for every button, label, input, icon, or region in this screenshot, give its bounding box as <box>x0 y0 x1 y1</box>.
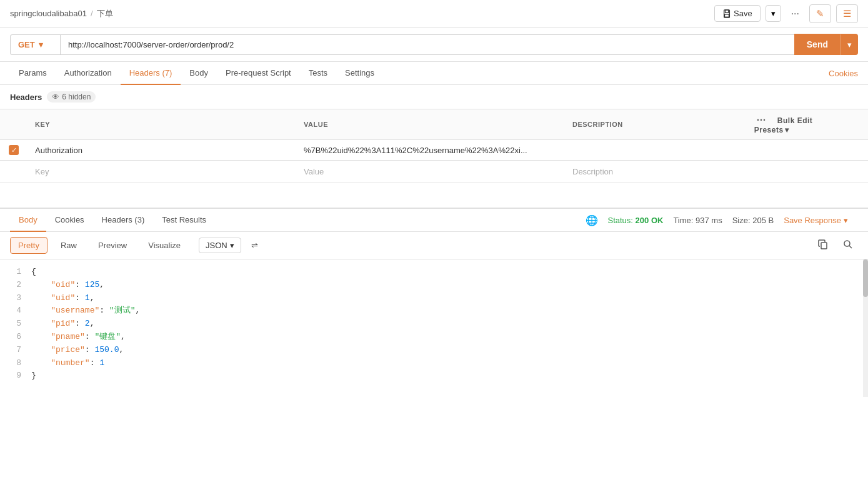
comment-button[interactable]: ☰ <box>836 4 858 23</box>
tab-body[interactable]: Body <box>181 62 217 85</box>
copy-button[interactable] <box>813 237 833 254</box>
send-dropdown-button[interactable]: ▾ <box>841 34 858 55</box>
description-input[interactable] <box>565 161 747 183</box>
table-row-empty <box>0 161 868 183</box>
response-time: Time: 937 ms <box>673 216 722 225</box>
url-bar: GET ▾ Send ▾ <box>0 28 868 62</box>
code-line-2: 2 "oid": 125, <box>0 279 868 292</box>
send-button-group: Send ▾ <box>794 34 858 55</box>
code-line-4: 4 "username": "测试", <box>0 304 868 318</box>
tab-prerequest[interactable]: Pre-request Script <box>217 62 300 85</box>
save-label: Save <box>734 9 752 18</box>
format-chevron-icon: ▾ <box>230 241 234 250</box>
code-line-5: 5 "pid": 2, <box>0 318 868 331</box>
wrap-button[interactable]: ⇌ <box>246 238 263 253</box>
search-button[interactable] <box>838 237 858 254</box>
key-input[interactable] <box>27 161 296 183</box>
save-response-button[interactable]: Save Response ▾ <box>784 216 848 225</box>
scrollbar-thumb[interactable] <box>863 259 868 297</box>
response-tab-cookies[interactable]: Cookies <box>46 209 93 232</box>
tab-headers[interactable]: Headers (7) <box>121 62 181 85</box>
edit-button[interactable]: ✎ <box>809 4 831 23</box>
spacer <box>0 183 868 208</box>
cookies-tab[interactable]: Cookies <box>829 63 858 84</box>
method-label: GET <box>18 40 35 49</box>
scrollbar-track[interactable] <box>863 259 868 397</box>
response-tab-test-results[interactable]: Test Results <box>153 209 215 232</box>
key-cell[interactable]: Authorization <box>27 139 90 161</box>
save-dropdown-button[interactable]: ▾ <box>766 5 781 22</box>
send-chevron-icon: ▾ <box>847 40 852 49</box>
svg-line-5 <box>849 246 852 248</box>
globe-icon: 🌐 <box>586 214 598 226</box>
th-value: VALUE <box>296 109 565 140</box>
bulk-edit-button[interactable]: Bulk Edit <box>777 116 813 125</box>
code-line-7: 7 "price": 150.0, <box>0 344 868 357</box>
response-tab-headers[interactable]: Headers (3) <box>93 209 154 232</box>
cookies-tab-label: Cookies <box>829 69 858 78</box>
svg-rect-1 <box>725 9 728 12</box>
method-selector[interactable]: GET ▾ <box>10 34 60 55</box>
th-key: KEY <box>27 109 296 140</box>
breadcrumb-slash: / <box>91 9 93 18</box>
th-checkbox <box>0 109 27 140</box>
th-description: DESCRIPTION <box>565 109 747 140</box>
svg-point-4 <box>844 241 850 246</box>
url-input[interactable] <box>60 34 794 55</box>
save-response-chevron-icon: ▾ <box>844 216 848 225</box>
response-tab-body[interactable]: Body <box>10 209 46 232</box>
format-bar: Pretty Raw Preview Visualize JSON ▾ ⇌ <box>0 232 868 259</box>
response-size: Size: 205 B <box>732 216 774 225</box>
top-bar: springcloudalibaba01 / 下单 Save ▾ ··· ✎ ☰ <box>0 0 868 28</box>
request-title: 下单 <box>97 8 113 19</box>
format-tab-preview[interactable]: Preview <box>90 237 135 254</box>
presets-chevron-icon: ▾ <box>785 126 789 134</box>
tab-tests[interactable]: Tests <box>300 62 336 85</box>
code-line-1: 1 { <box>0 266 868 279</box>
format-select[interactable]: JSON ▾ <box>199 238 241 253</box>
code-line-9: 9 } <box>0 369 868 383</box>
headers-section-title: Headers <box>10 93 42 102</box>
value-input[interactable] <box>296 161 565 183</box>
format-tab-pretty[interactable]: Pretty <box>10 237 47 254</box>
response-section: Body Cookies Headers (3) Test Results 🌐 … <box>0 208 868 397</box>
response-tabs-bar: Body Cookies Headers (3) Test Results 🌐 … <box>0 209 868 232</box>
headers-title-bar: Headers 👁 6 hidden <box>0 85 868 109</box>
wrap-icon: ⇌ <box>251 241 258 250</box>
eye-icon: 👁 <box>52 93 59 101</box>
tab-params[interactable]: Params <box>10 62 56 85</box>
format-tab-raw[interactable]: Raw <box>52 237 85 254</box>
svg-rect-2 <box>725 14 729 16</box>
checkmark-icon: ✓ <box>11 146 17 154</box>
svg-rect-3 <box>821 243 827 249</box>
tab-authorization[interactable]: Authorization <box>56 62 121 85</box>
hidden-count-label: 6 hidden <box>62 93 91 101</box>
value-cell[interactable]: %7B%22uid%22%3A111%2C%22username%22%3A%2… <box>296 139 535 161</box>
response-code-view: 1 { 2 "oid": 125, 3 "uid": 1, 4 "usernam… <box>0 259 868 397</box>
tab-settings[interactable]: Settings <box>336 62 383 85</box>
copy-icon <box>818 239 828 249</box>
response-status-bar: 🌐 Status: 200 OK Time: 937 ms Size: 205 … <box>576 214 859 226</box>
project-name[interactable]: springcloudalibaba01 <box>10 9 87 18</box>
presets-button[interactable]: Presets ▾ <box>754 126 861 134</box>
send-main-button[interactable]: Send <box>794 34 841 55</box>
chevron-down-icon: ▾ <box>771 9 776 18</box>
headers-section: Headers 👁 6 hidden KEY VALUE DESCRIPTION… <box>0 85 868 183</box>
request-tabs-bar: Params Authorization Headers (7) Body Pr… <box>0 62 868 85</box>
edit-icon: ✎ <box>816 8 824 19</box>
row-checkbox[interactable]: ✓ <box>9 145 19 155</box>
status-value: Status: 200 OK <box>608 216 664 225</box>
more-icon: ··· <box>791 8 799 19</box>
more-columns-icon[interactable]: ··· <box>754 114 769 125</box>
description-cell[interactable] <box>565 139 580 161</box>
search-icon <box>843 239 853 249</box>
save-icon <box>722 9 731 18</box>
save-button[interactable]: Save <box>714 5 761 22</box>
format-tab-visualize[interactable]: Visualize <box>140 237 189 254</box>
code-line-3: 3 "uid": 1, <box>0 292 868 305</box>
headers-table: KEY VALUE DESCRIPTION ··· Bulk Edit Pres… <box>0 109 868 183</box>
code-line-8: 8 "number": 1 <box>0 357 868 370</box>
th-actions: ··· Bulk Edit Presets ▾ <box>747 109 868 140</box>
hidden-headers-badge: 👁 6 hidden <box>47 91 96 103</box>
more-options-button[interactable]: ··· <box>786 5 804 23</box>
